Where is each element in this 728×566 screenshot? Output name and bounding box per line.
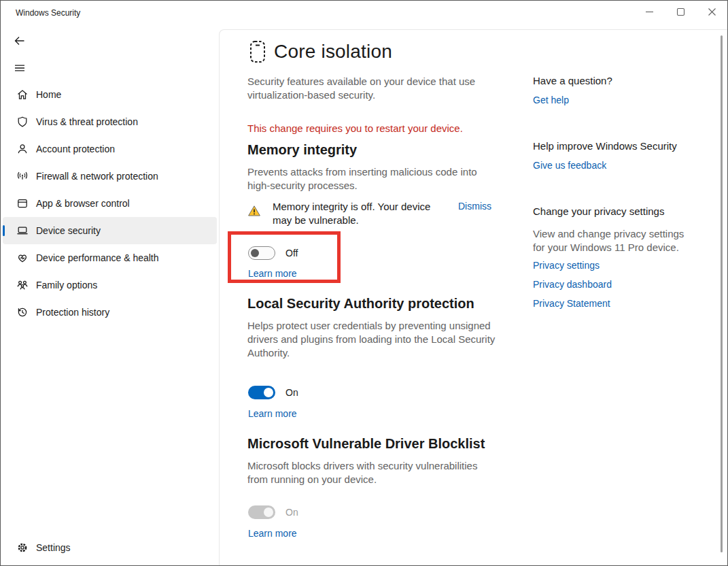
sidebar: Home Virus & threat protection Account p… — [1, 25, 219, 565]
memory-integrity-toggle-row: Off — [248, 246, 298, 260]
lsa-protection-toggle[interactable] — [248, 386, 275, 399]
toggle-state-label: On — [285, 507, 298, 518]
have-a-question-heading: Have a question? — [533, 75, 612, 86]
restart-required-notice: This change requires you to restart your… — [247, 122, 463, 134]
sidebar-item-label: Settings — [36, 542, 71, 553]
window-controls — [634, 1, 727, 25]
sidebar-nav: Home Virus & threat protection Account p… — [1, 81, 219, 326]
help-improve-heading: Help improve Windows Security — [533, 140, 677, 152]
sidebar-item-label: Firewall & network protection — [36, 171, 158, 182]
core-isolation-icon — [247, 39, 268, 64]
close-icon — [708, 7, 716, 18]
sidebar-item-device-performance-health[interactable]: Device performance & health — [3, 244, 217, 271]
shield-icon — [16, 115, 29, 129]
minimize-icon — [645, 7, 654, 18]
network-icon — [16, 169, 29, 183]
minimize-button[interactable] — [634, 1, 665, 25]
lsa-protection-heading: Local Security Authority protection — [247, 296, 474, 312]
memory-integrity-warning: Memory integrity is off. Your device may… — [247, 200, 500, 227]
back-button[interactable] — [10, 32, 29, 51]
dismiss-link[interactable]: Dismiss — [458, 201, 491, 227]
warning-text: Memory integrity is off. Your device may… — [273, 200, 449, 227]
page-subtitle: Security features available on your devi… — [247, 75, 485, 102]
app-window-icon — [16, 197, 29, 210]
hamburger-menu-button[interactable] — [10, 59, 29, 78]
driver-blocklist-learn-more-link[interactable]: Learn more — [248, 528, 297, 539]
sidebar-item-virus-threat-protection[interactable]: Virus & threat protection — [3, 108, 217, 135]
windows-security-window: Windows Security Home — [0, 0, 728, 566]
lsa-protection-description: Helps protect user credentials by preven… — [247, 319, 502, 360]
privacy-settings-heading: Change your privacy settings — [533, 205, 664, 217]
person-icon — [16, 142, 29, 156]
memory-integrity-learn-more-link[interactable]: Learn more — [248, 268, 297, 279]
sidebar-item-account-protection[interactable]: Account protection — [3, 135, 217, 163]
privacy-dashboard-link[interactable]: Privacy dashboard — [533, 279, 612, 290]
sidebar-item-family-options[interactable]: Family options — [3, 271, 217, 299]
memory-integrity-heading: Memory integrity — [247, 142, 357, 158]
give-feedback-link[interactable]: Give us feedback — [533, 160, 606, 171]
driver-blocklist-heading: Microsoft Vulnerable Driver Blocklist — [247, 436, 485, 452]
lsa-protection-toggle-row: On — [248, 386, 298, 399]
lsa-protection-learn-more-link[interactable]: Learn more — [248, 408, 297, 419]
vertical-scrollbar[interactable] — [721, 35, 723, 552]
memory-integrity-toggle[interactable] — [248, 246, 275, 260]
memory-integrity-description: Prevents attacks from inserting maliciou… — [247, 165, 487, 193]
sidebar-item-label: Device security — [36, 225, 101, 236]
toggle-state-label: Off — [285, 248, 298, 259]
laptop-icon — [16, 224, 29, 237]
privacy-statement-link[interactable]: Privacy Statement — [533, 298, 610, 309]
health-heart-icon — [16, 251, 29, 265]
toggle-state-label: On — [285, 387, 298, 398]
driver-blocklist-toggle — [248, 505, 275, 519]
sidebar-item-label: App & browser control — [36, 198, 130, 209]
back-arrow-icon — [13, 34, 27, 50]
sidebar-item-protection-history[interactable]: Protection history — [3, 299, 217, 326]
maximize-button[interactable] — [665, 1, 696, 25]
gear-icon — [16, 541, 29, 554]
driver-blocklist-description: Microsoft blocks drivers with security v… — [247, 459, 487, 486]
window-title: Windows Security — [16, 8, 80, 18]
maximize-icon — [676, 7, 685, 18]
privacy-settings-description: View and change privacy settings for you… — [533, 227, 689, 254]
sidebar-item-label: Account protection — [36, 144, 115, 154]
close-button[interactable] — [696, 1, 727, 25]
privacy-settings-link[interactable]: Privacy settings — [533, 260, 600, 271]
sidebar-item-label: Device performance & health — [36, 252, 159, 263]
sidebar-item-device-security[interactable]: Device security — [3, 217, 217, 244]
driver-blocklist-toggle-row: On — [248, 505, 298, 519]
titlebar: Windows Security — [1, 1, 727, 25]
sidebar-item-label: Family options — [36, 280, 97, 290]
hamburger-menu-icon — [13, 61, 27, 77]
sidebar-item-app-browser-control[interactable]: App & browser control — [3, 190, 217, 217]
family-icon — [16, 278, 29, 292]
sidebar-item-home[interactable]: Home — [3, 81, 217, 108]
warning-triangle-icon — [247, 204, 261, 218]
sidebar-item-label: Virus & threat protection — [36, 116, 138, 127]
selected-accent-bar — [3, 225, 5, 236]
history-clock-icon — [16, 305, 29, 319]
toggle-knob — [264, 388, 273, 397]
sidebar-item-label: Home — [36, 89, 61, 100]
home-icon — [16, 88, 29, 101]
get-help-link[interactable]: Get help — [533, 95, 569, 105]
sidebar-item-firewall-network-protection[interactable]: Firewall & network protection — [3, 163, 217, 190]
page-title: Core isolation — [274, 41, 392, 63]
toggle-knob — [264, 507, 273, 517]
toggle-knob — [251, 249, 259, 257]
sidebar-item-settings[interactable]: Settings — [3, 534, 217, 561]
page-header: Core isolation — [247, 39, 392, 64]
content-pane: Core isolation Security features availab… — [219, 29, 727, 565]
sidebar-item-label: Protection history — [36, 307, 109, 318]
